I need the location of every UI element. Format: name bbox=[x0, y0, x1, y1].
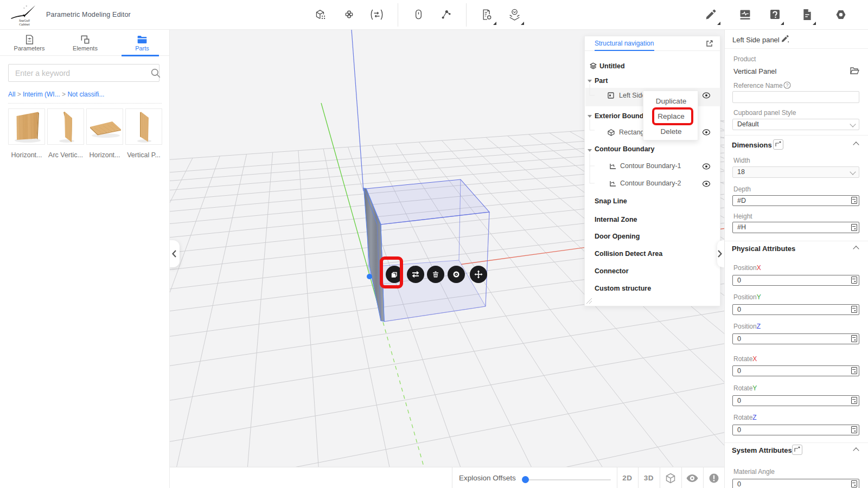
svg-text:?: ? bbox=[786, 82, 788, 88]
svg-text:SeaGull: SeaGull bbox=[19, 18, 30, 22]
svg-text:Cabinet: Cabinet bbox=[19, 22, 30, 26]
